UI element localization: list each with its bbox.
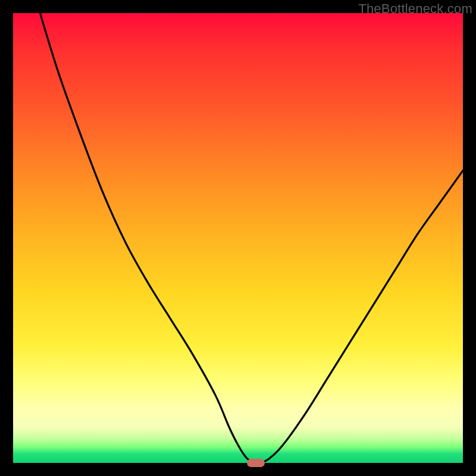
chart-frame: TheBottleneck.com <box>0 0 476 476</box>
watermark-text: TheBottleneck.com <box>358 1 472 17</box>
plot-area <box>13 13 463 463</box>
optimum-marker <box>247 459 265 467</box>
bottleneck-curve <box>13 13 463 463</box>
